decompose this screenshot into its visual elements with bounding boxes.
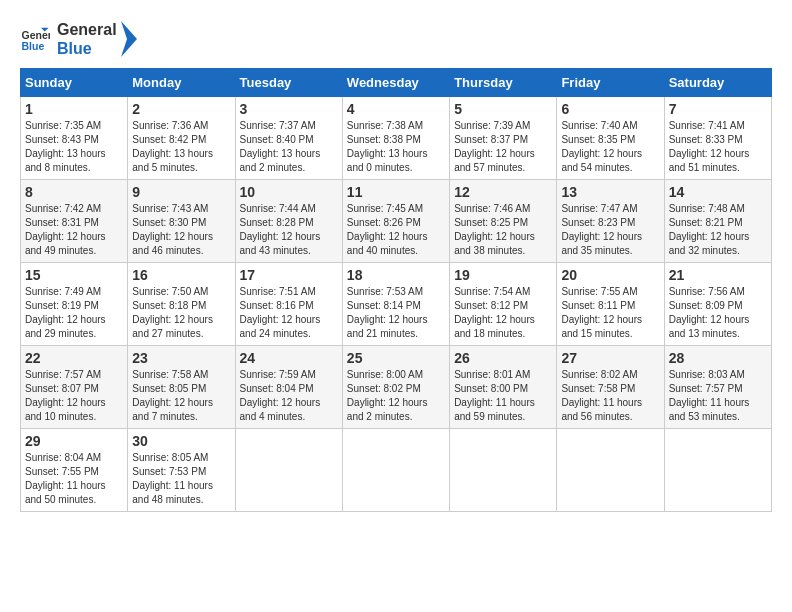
calendar-cell: 18Sunrise: 7:53 AM Sunset: 8:14 PM Dayli…	[342, 263, 449, 346]
day-info: Sunrise: 8:03 AM Sunset: 7:57 PM Dayligh…	[669, 368, 767, 424]
day-info: Sunrise: 8:05 AM Sunset: 7:53 PM Dayligh…	[132, 451, 230, 507]
calendar-cell: 4Sunrise: 7:38 AM Sunset: 8:38 PM Daylig…	[342, 97, 449, 180]
calendar-cell: 26Sunrise: 8:01 AM Sunset: 8:00 PM Dayli…	[450, 346, 557, 429]
day-number: 29	[25, 433, 123, 449]
calendar-cell: 9Sunrise: 7:43 AM Sunset: 8:30 PM Daylig…	[128, 180, 235, 263]
day-info: Sunrise: 7:46 AM Sunset: 8:25 PM Dayligh…	[454, 202, 552, 258]
calendar-week-row: 15Sunrise: 7:49 AM Sunset: 8:19 PM Dayli…	[21, 263, 772, 346]
calendar-cell: 7Sunrise: 7:41 AM Sunset: 8:33 PM Daylig…	[664, 97, 771, 180]
day-number: 25	[347, 350, 445, 366]
day-info: Sunrise: 7:56 AM Sunset: 8:09 PM Dayligh…	[669, 285, 767, 341]
calendar-cell	[450, 429, 557, 512]
calendar-cell	[557, 429, 664, 512]
day-info: Sunrise: 7:57 AM Sunset: 8:07 PM Dayligh…	[25, 368, 123, 424]
day-info: Sunrise: 7:54 AM Sunset: 8:12 PM Dayligh…	[454, 285, 552, 341]
day-number: 30	[132, 433, 230, 449]
day-info: Sunrise: 8:02 AM Sunset: 7:58 PM Dayligh…	[561, 368, 659, 424]
calendar-cell: 28Sunrise: 8:03 AM Sunset: 7:57 PM Dayli…	[664, 346, 771, 429]
day-number: 12	[454, 184, 552, 200]
calendar-cell: 27Sunrise: 8:02 AM Sunset: 7:58 PM Dayli…	[557, 346, 664, 429]
day-info: Sunrise: 7:37 AM Sunset: 8:40 PM Dayligh…	[240, 119, 338, 175]
day-info: Sunrise: 7:48 AM Sunset: 8:21 PM Dayligh…	[669, 202, 767, 258]
day-number: 6	[561, 101, 659, 117]
calendar-cell: 2Sunrise: 7:36 AM Sunset: 8:42 PM Daylig…	[128, 97, 235, 180]
day-number: 27	[561, 350, 659, 366]
day-number: 19	[454, 267, 552, 283]
header-sunday: Sunday	[21, 69, 128, 97]
day-number: 20	[561, 267, 659, 283]
logo-icon: General Blue	[20, 24, 50, 54]
logo: General Blue General Blue	[20, 20, 139, 58]
calendar-week-row: 1Sunrise: 7:35 AM Sunset: 8:43 PM Daylig…	[21, 97, 772, 180]
day-number: 18	[347, 267, 445, 283]
calendar-cell	[235, 429, 342, 512]
day-info: Sunrise: 7:36 AM Sunset: 8:42 PM Dayligh…	[132, 119, 230, 175]
calendar-cell: 14Sunrise: 7:48 AM Sunset: 8:21 PM Dayli…	[664, 180, 771, 263]
calendar-cell: 3Sunrise: 7:37 AM Sunset: 8:40 PM Daylig…	[235, 97, 342, 180]
day-info: Sunrise: 7:59 AM Sunset: 8:04 PM Dayligh…	[240, 368, 338, 424]
day-number: 13	[561, 184, 659, 200]
calendar-cell: 13Sunrise: 7:47 AM Sunset: 8:23 PM Dayli…	[557, 180, 664, 263]
day-info: Sunrise: 7:50 AM Sunset: 8:18 PM Dayligh…	[132, 285, 230, 341]
header-thursday: Thursday	[450, 69, 557, 97]
header-wednesday: Wednesday	[342, 69, 449, 97]
day-number: 17	[240, 267, 338, 283]
day-info: Sunrise: 8:01 AM Sunset: 8:00 PM Dayligh…	[454, 368, 552, 424]
calendar-cell: 6Sunrise: 7:40 AM Sunset: 8:35 PM Daylig…	[557, 97, 664, 180]
calendar-week-row: 29Sunrise: 8:04 AM Sunset: 7:55 PM Dayli…	[21, 429, 772, 512]
calendar-cell: 11Sunrise: 7:45 AM Sunset: 8:26 PM Dayli…	[342, 180, 449, 263]
day-number: 23	[132, 350, 230, 366]
calendar-week-row: 8Sunrise: 7:42 AM Sunset: 8:31 PM Daylig…	[21, 180, 772, 263]
calendar-cell: 15Sunrise: 7:49 AM Sunset: 8:19 PM Dayli…	[21, 263, 128, 346]
day-info: Sunrise: 7:39 AM Sunset: 8:37 PM Dayligh…	[454, 119, 552, 175]
calendar-cell: 1Sunrise: 7:35 AM Sunset: 8:43 PM Daylig…	[21, 97, 128, 180]
day-info: Sunrise: 7:53 AM Sunset: 8:14 PM Dayligh…	[347, 285, 445, 341]
day-number: 15	[25, 267, 123, 283]
day-number: 16	[132, 267, 230, 283]
day-info: Sunrise: 7:42 AM Sunset: 8:31 PM Dayligh…	[25, 202, 123, 258]
calendar-cell: 24Sunrise: 7:59 AM Sunset: 8:04 PM Dayli…	[235, 346, 342, 429]
day-info: Sunrise: 7:35 AM Sunset: 8:43 PM Dayligh…	[25, 119, 123, 175]
calendar-cell: 17Sunrise: 7:51 AM Sunset: 8:16 PM Dayli…	[235, 263, 342, 346]
day-number: 4	[347, 101, 445, 117]
calendar-cell: 22Sunrise: 7:57 AM Sunset: 8:07 PM Dayli…	[21, 346, 128, 429]
calendar-cell: 21Sunrise: 7:56 AM Sunset: 8:09 PM Dayli…	[664, 263, 771, 346]
day-number: 8	[25, 184, 123, 200]
day-info: Sunrise: 7:40 AM Sunset: 8:35 PM Dayligh…	[561, 119, 659, 175]
calendar-cell: 20Sunrise: 7:55 AM Sunset: 8:11 PM Dayli…	[557, 263, 664, 346]
calendar-header-row: SundayMondayTuesdayWednesdayThursdayFrid…	[21, 69, 772, 97]
calendar-table: SundayMondayTuesdayWednesdayThursdayFrid…	[20, 68, 772, 512]
calendar-cell: 30Sunrise: 8:05 AM Sunset: 7:53 PM Dayli…	[128, 429, 235, 512]
calendar-cell: 19Sunrise: 7:54 AM Sunset: 8:12 PM Dayli…	[450, 263, 557, 346]
calendar-cell: 10Sunrise: 7:44 AM Sunset: 8:28 PM Dayli…	[235, 180, 342, 263]
day-number: 22	[25, 350, 123, 366]
calendar-cell: 5Sunrise: 7:39 AM Sunset: 8:37 PM Daylig…	[450, 97, 557, 180]
day-number: 5	[454, 101, 552, 117]
header-monday: Monday	[128, 69, 235, 97]
day-number: 24	[240, 350, 338, 366]
logo-blue: Blue	[57, 39, 117, 58]
calendar-cell: 25Sunrise: 8:00 AM Sunset: 8:02 PM Dayli…	[342, 346, 449, 429]
day-number: 3	[240, 101, 338, 117]
day-number: 7	[669, 101, 767, 117]
header-tuesday: Tuesday	[235, 69, 342, 97]
day-info: Sunrise: 7:51 AM Sunset: 8:16 PM Dayligh…	[240, 285, 338, 341]
header-saturday: Saturday	[664, 69, 771, 97]
svg-text:Blue: Blue	[22, 40, 45, 52]
day-info: Sunrise: 7:49 AM Sunset: 8:19 PM Dayligh…	[25, 285, 123, 341]
day-info: Sunrise: 7:41 AM Sunset: 8:33 PM Dayligh…	[669, 119, 767, 175]
day-number: 2	[132, 101, 230, 117]
calendar-week-row: 22Sunrise: 7:57 AM Sunset: 8:07 PM Dayli…	[21, 346, 772, 429]
day-info: Sunrise: 8:04 AM Sunset: 7:55 PM Dayligh…	[25, 451, 123, 507]
day-number: 1	[25, 101, 123, 117]
logo-general: General	[57, 20, 117, 39]
day-info: Sunrise: 8:00 AM Sunset: 8:02 PM Dayligh…	[347, 368, 445, 424]
day-number: 28	[669, 350, 767, 366]
svg-marker-3	[121, 21, 137, 57]
day-number: 11	[347, 184, 445, 200]
day-number: 21	[669, 267, 767, 283]
day-info: Sunrise: 7:44 AM Sunset: 8:28 PM Dayligh…	[240, 202, 338, 258]
calendar-cell	[342, 429, 449, 512]
day-info: Sunrise: 7:45 AM Sunset: 8:26 PM Dayligh…	[347, 202, 445, 258]
day-info: Sunrise: 7:55 AM Sunset: 8:11 PM Dayligh…	[561, 285, 659, 341]
